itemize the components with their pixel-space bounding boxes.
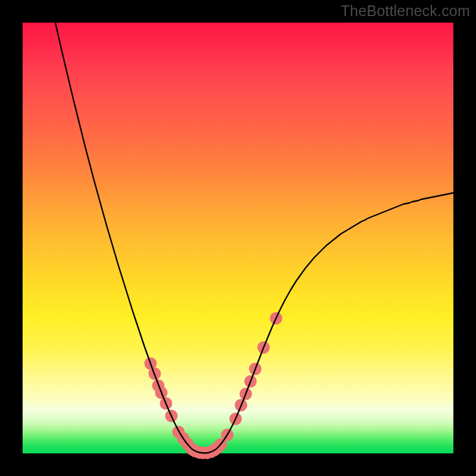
watermark-text: TheBottleneck.com	[341, 2, 470, 20]
highlight-markers	[145, 312, 283, 459]
curve-svg	[23, 23, 453, 453]
chart-frame: TheBottleneck.com	[0, 0, 476, 476]
bottleneck-curve	[55, 23, 453, 453]
plot-area	[23, 23, 453, 453]
